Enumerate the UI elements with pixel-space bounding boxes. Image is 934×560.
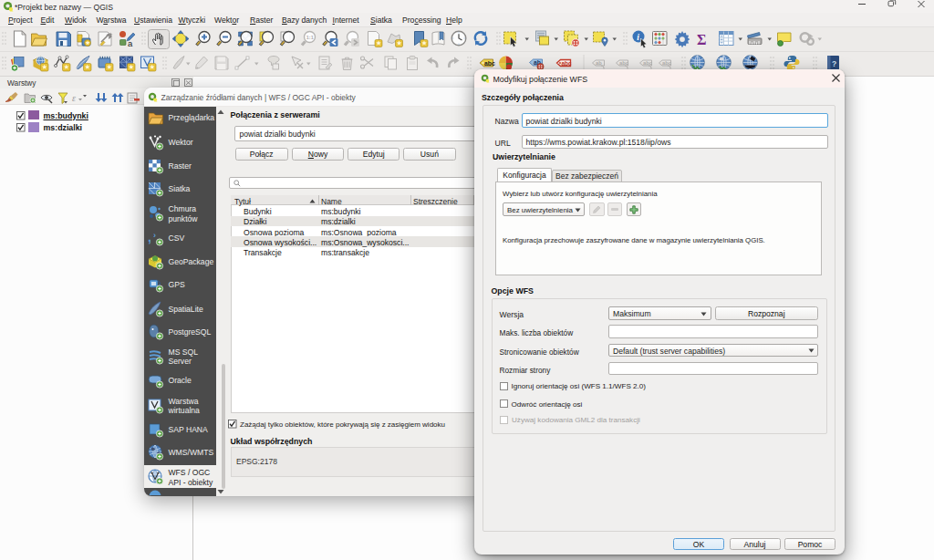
svg-text:1:1: 1:1 [306,35,314,40]
svg-text:Σ: Σ [697,32,706,47]
svg-text:abc: abc [643,60,653,66]
svg-text:›: › [153,231,156,240]
svg-text:i: i [637,33,639,42]
svg-text:ab: ab [596,60,602,66]
svg-text:ε: ε [72,93,76,103]
svg-text:a: a [128,38,133,48]
svg-text:?: ? [832,59,836,68]
svg-text:,: , [148,230,151,244]
svg-text:abc: abc [562,60,573,67]
svg-text:abc: abc [484,60,495,67]
svg-text:abc: abc [662,60,672,66]
svg-text:abc: abc [619,60,629,66]
